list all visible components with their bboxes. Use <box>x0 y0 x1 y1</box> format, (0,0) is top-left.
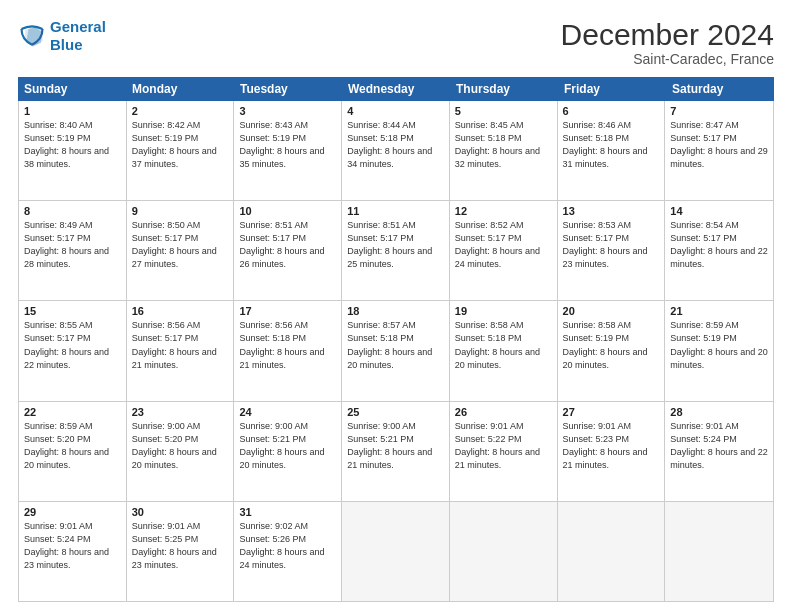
calendar-cell-27: 27Sunrise: 9:01 AMSunset: 5:23 PMDayligh… <box>558 402 666 501</box>
sunrise-text: Sunrise: 8:57 AM <box>347 319 444 332</box>
day-header-tuesday: Tuesday <box>234 77 342 101</box>
logo-text: General Blue <box>50 18 106 54</box>
calendar-row-2: 8Sunrise: 8:49 AMSunset: 5:17 PMDaylight… <box>19 201 773 301</box>
daylight-text: Daylight: 8 hours and 21 minutes. <box>347 446 444 472</box>
daylight-text: Daylight: 8 hours and 24 minutes. <box>239 546 336 572</box>
calendar-header: SundayMondayTuesdayWednesdayThursdayFrid… <box>18 77 774 101</box>
daylight-text: Daylight: 8 hours and 20 minutes. <box>347 346 444 372</box>
calendar-cell-3: 3Sunrise: 8:43 AMSunset: 5:19 PMDaylight… <box>234 101 342 200</box>
sunset-text: Sunset: 5:24 PM <box>670 433 768 446</box>
daylight-text: Daylight: 8 hours and 32 minutes. <box>455 145 552 171</box>
calendar-row-5: 29Sunrise: 9:01 AMSunset: 5:24 PMDayligh… <box>19 502 773 601</box>
sunrise-text: Sunrise: 8:55 AM <box>24 319 121 332</box>
subtitle: Saint-Caradec, France <box>561 51 774 67</box>
sunrise-text: Sunrise: 8:54 AM <box>670 219 768 232</box>
sunrise-text: Sunrise: 8:56 AM <box>132 319 229 332</box>
calendar-cell-2: 2Sunrise: 8:42 AMSunset: 5:19 PMDaylight… <box>127 101 235 200</box>
daylight-text: Daylight: 8 hours and 22 minutes. <box>670 245 768 271</box>
sunset-text: Sunset: 5:24 PM <box>24 533 121 546</box>
day-number: 5 <box>455 105 552 117</box>
day-number: 16 <box>132 305 229 317</box>
day-header-monday: Monday <box>126 77 234 101</box>
sunset-text: Sunset: 5:20 PM <box>132 433 229 446</box>
calendar-cell-15: 15Sunrise: 8:55 AMSunset: 5:17 PMDayligh… <box>19 301 127 400</box>
daylight-text: Daylight: 8 hours and 35 minutes. <box>239 145 336 171</box>
sunrise-text: Sunrise: 8:53 AM <box>563 219 660 232</box>
calendar-cell-1: 1Sunrise: 8:40 AMSunset: 5:19 PMDaylight… <box>19 101 127 200</box>
calendar-cell-22: 22Sunrise: 8:59 AMSunset: 5:20 PMDayligh… <box>19 402 127 501</box>
day-number: 7 <box>670 105 768 117</box>
sunrise-text: Sunrise: 9:01 AM <box>24 520 121 533</box>
calendar-cell-29: 29Sunrise: 9:01 AMSunset: 5:24 PMDayligh… <box>19 502 127 601</box>
day-number: 12 <box>455 205 552 217</box>
sunset-text: Sunset: 5:17 PM <box>132 232 229 245</box>
sunset-text: Sunset: 5:18 PM <box>347 332 444 345</box>
calendar-cell-20: 20Sunrise: 8:58 AMSunset: 5:19 PMDayligh… <box>558 301 666 400</box>
daylight-text: Daylight: 8 hours and 29 minutes. <box>670 145 768 171</box>
daylight-text: Daylight: 8 hours and 28 minutes. <box>24 245 121 271</box>
day-header-friday: Friday <box>558 77 666 101</box>
daylight-text: Daylight: 8 hours and 20 minutes. <box>132 446 229 472</box>
daylight-text: Daylight: 8 hours and 20 minutes. <box>24 446 121 472</box>
day-header-sunday: Sunday <box>18 77 126 101</box>
sunset-text: Sunset: 5:19 PM <box>132 132 229 145</box>
day-number: 28 <box>670 406 768 418</box>
sunrise-text: Sunrise: 8:59 AM <box>24 420 121 433</box>
sunset-text: Sunset: 5:18 PM <box>347 132 444 145</box>
day-header-wednesday: Wednesday <box>342 77 450 101</box>
sunset-text: Sunset: 5:17 PM <box>24 332 121 345</box>
sunrise-text: Sunrise: 8:47 AM <box>670 119 768 132</box>
sunrise-text: Sunrise: 9:01 AM <box>563 420 660 433</box>
sunrise-text: Sunrise: 8:51 AM <box>239 219 336 232</box>
sunrise-text: Sunrise: 8:43 AM <box>239 119 336 132</box>
calendar-cell-30: 30Sunrise: 9:01 AMSunset: 5:25 PMDayligh… <box>127 502 235 601</box>
empty-cell <box>558 502 666 601</box>
day-number: 19 <box>455 305 552 317</box>
day-number: 22 <box>24 406 121 418</box>
sunset-text: Sunset: 5:26 PM <box>239 533 336 546</box>
sunrise-text: Sunrise: 9:01 AM <box>670 420 768 433</box>
sunset-text: Sunset: 5:18 PM <box>455 332 552 345</box>
calendar-cell-26: 26Sunrise: 9:01 AMSunset: 5:22 PMDayligh… <box>450 402 558 501</box>
sunrise-text: Sunrise: 8:51 AM <box>347 219 444 232</box>
day-number: 15 <box>24 305 121 317</box>
calendar-cell-21: 21Sunrise: 8:59 AMSunset: 5:19 PMDayligh… <box>665 301 773 400</box>
main-title: December 2024 <box>561 18 774 51</box>
sunrise-text: Sunrise: 9:00 AM <box>347 420 444 433</box>
day-number: 2 <box>132 105 229 117</box>
calendar-cell-8: 8Sunrise: 8:49 AMSunset: 5:17 PMDaylight… <box>19 201 127 300</box>
day-number: 8 <box>24 205 121 217</box>
empty-cell <box>450 502 558 601</box>
page: General Blue December 2024 Saint-Caradec… <box>0 0 792 612</box>
calendar-cell-25: 25Sunrise: 9:00 AMSunset: 5:21 PMDayligh… <box>342 402 450 501</box>
calendar-cell-5: 5Sunrise: 8:45 AMSunset: 5:18 PMDaylight… <box>450 101 558 200</box>
sunset-text: Sunset: 5:18 PM <box>239 332 336 345</box>
day-number: 20 <box>563 305 660 317</box>
sunset-text: Sunset: 5:17 PM <box>239 232 336 245</box>
daylight-text: Daylight: 8 hours and 20 minutes. <box>455 346 552 372</box>
calendar-body: 1Sunrise: 8:40 AMSunset: 5:19 PMDaylight… <box>18 101 774 602</box>
daylight-text: Daylight: 8 hours and 38 minutes. <box>24 145 121 171</box>
day-number: 11 <box>347 205 444 217</box>
day-header-saturday: Saturday <box>666 77 774 101</box>
day-number: 23 <box>132 406 229 418</box>
sunset-text: Sunset: 5:25 PM <box>132 533 229 546</box>
logo-line1: General <box>50 18 106 35</box>
sunrise-text: Sunrise: 9:00 AM <box>132 420 229 433</box>
calendar-cell-10: 10Sunrise: 8:51 AMSunset: 5:17 PMDayligh… <box>234 201 342 300</box>
sunset-text: Sunset: 5:17 PM <box>347 232 444 245</box>
day-number: 4 <box>347 105 444 117</box>
sunset-text: Sunset: 5:23 PM <box>563 433 660 446</box>
sunset-text: Sunset: 5:18 PM <box>563 132 660 145</box>
sunset-text: Sunset: 5:18 PM <box>455 132 552 145</box>
day-number: 9 <box>132 205 229 217</box>
sunrise-text: Sunrise: 8:49 AM <box>24 219 121 232</box>
sunset-text: Sunset: 5:17 PM <box>455 232 552 245</box>
calendar-cell-7: 7Sunrise: 8:47 AMSunset: 5:17 PMDaylight… <box>665 101 773 200</box>
empty-cell <box>342 502 450 601</box>
sunrise-text: Sunrise: 8:52 AM <box>455 219 552 232</box>
daylight-text: Daylight: 8 hours and 23 minutes. <box>132 546 229 572</box>
sunset-text: Sunset: 5:20 PM <box>24 433 121 446</box>
logo: General Blue <box>18 18 106 54</box>
daylight-text: Daylight: 8 hours and 27 minutes. <box>132 245 229 271</box>
